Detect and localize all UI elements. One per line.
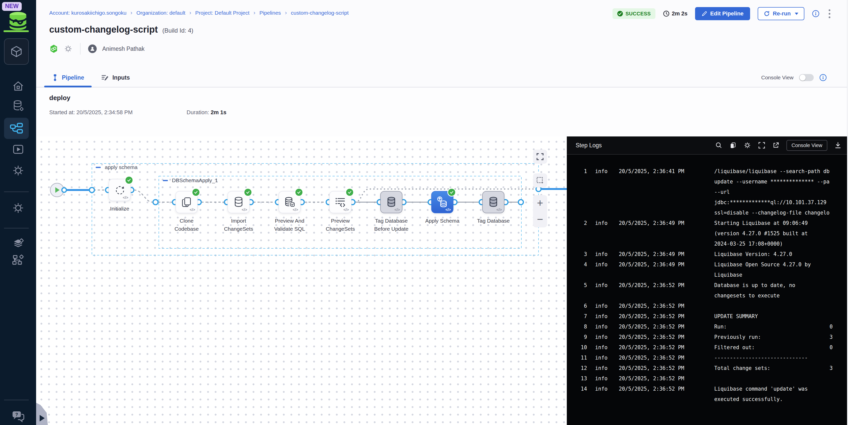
clock-icon bbox=[663, 10, 670, 17]
log-level: info bbox=[595, 384, 611, 394]
status-badge: SUCCESS bbox=[613, 8, 655, 19]
success-badge bbox=[294, 188, 303, 197]
log-message: Database is up to date, no changesets to… bbox=[714, 280, 795, 301]
log-timestamp: 20/5/2025, 2:36:52 PM bbox=[619, 384, 693, 394]
status-label: SUCCESS bbox=[625, 11, 651, 17]
database-infinity-icon bbox=[7, 11, 29, 31]
zoom-out-button[interactable]: − bbox=[533, 211, 547, 227]
node-import-changesets[interactable]: </> Import ChangeSets bbox=[227, 191, 250, 213]
sidebar-item-database[interactable] bbox=[0, 100, 36, 112]
console-view-button[interactable]: Console View bbox=[786, 140, 827, 151]
stage-content: apply schema DBSchemaApply_1 </> bbox=[36, 137, 847, 425]
meta-row: Animesh Pathak bbox=[49, 43, 145, 55]
log-level: info bbox=[595, 259, 611, 270]
tab-pipeline-label: Pipeline bbox=[62, 74, 84, 81]
sidebar-item-environments[interactable] bbox=[0, 237, 36, 250]
sidebar-item-stage-settings[interactable] bbox=[0, 164, 36, 177]
edit-pipeline-button[interactable]: Edit Pipeline bbox=[695, 7, 750, 20]
log-line-number: 3 bbox=[567, 249, 587, 259]
duration-label: Duration: bbox=[187, 109, 209, 115]
info-icon[interactable] bbox=[819, 74, 827, 81]
log-output[interactable]: 1 info 20/5/2025, 2:36:41 PM /liquibase/… bbox=[567, 155, 847, 425]
breadcrumb-organization[interactable]: Organization: default bbox=[136, 10, 185, 16]
person-icon bbox=[90, 46, 95, 52]
sidebar-item-executions[interactable] bbox=[0, 143, 36, 155]
expand-logs-icon[interactable] bbox=[758, 142, 765, 149]
pencil-icon bbox=[702, 11, 707, 17]
group-apply-schema: apply schema bbox=[96, 164, 137, 170]
collapse-icon[interactable] bbox=[163, 180, 168, 181]
success-badge bbox=[345, 188, 354, 197]
main-area: Account: kurosakiichigo.songoku › Organi… bbox=[36, 0, 847, 425]
pipeline-canvas[interactable]: apply schema DBSchemaApply_1 </> bbox=[36, 137, 567, 425]
started-value: 20/5/2025, 2:34:58 PM bbox=[76, 109, 133, 115]
log-timestamp: 20/5/2025, 2:36:52 PM bbox=[619, 353, 693, 363]
group-dbschemaapply: DBSchemaApply_1 bbox=[163, 177, 218, 183]
sidebar-item-help[interactable]: ? bbox=[0, 410, 36, 423]
node-tag-database-before-update[interactable]: </> Tag Database Before Update bbox=[380, 191, 402, 213]
log-message: Run: 0 bbox=[714, 322, 833, 332]
sidebar-divider bbox=[4, 400, 29, 400]
info-icon[interactable] bbox=[812, 10, 819, 18]
avatar bbox=[88, 45, 97, 53]
breadcrumb-project[interactable]: Project: Default Project bbox=[195, 10, 249, 16]
inputs-tab-icon bbox=[101, 74, 109, 81]
log-message: Liquibase Version: 4.27.0 bbox=[714, 249, 792, 259]
zoom-in-button[interactable]: + bbox=[533, 195, 547, 211]
collapse-icon[interactable] bbox=[96, 167, 101, 168]
node-tag-database[interactable]: </> Tag Database bbox=[482, 191, 504, 213]
more-options-menu[interactable] bbox=[827, 8, 832, 20]
download-logs-icon[interactable] bbox=[834, 142, 841, 149]
code-glyph: </> bbox=[190, 207, 195, 212]
harness-database-logo[interactable] bbox=[7, 11, 29, 32]
node-preview-validate-sql[interactable]: </> Preview And Validate SQL bbox=[278, 191, 301, 213]
open-in-new-icon[interactable] bbox=[772, 142, 779, 149]
sidebar-item-home[interactable] bbox=[0, 80, 36, 92]
database-icon bbox=[233, 196, 244, 208]
breadcrumb-pipelines[interactable]: Pipelines bbox=[259, 10, 281, 16]
breadcrumb-separator: › bbox=[130, 9, 132, 16]
node-clone-codebase[interactable]: </> Clone Codebase bbox=[176, 191, 198, 213]
chat-help-icon: ? bbox=[11, 410, 25, 423]
cube-icon bbox=[10, 45, 23, 58]
initialize-refresh-icon bbox=[113, 184, 126, 196]
sidebar-item-infrastructure[interactable] bbox=[0, 253, 36, 266]
marquee-select-icon bbox=[536, 177, 544, 184]
breadcrumb-separator: › bbox=[253, 9, 255, 16]
tab-pipeline[interactable]: Pipeline bbox=[43, 68, 93, 87]
node-preview-changesets[interactable]: </> Preview ChangeSets bbox=[329, 191, 351, 213]
log-line: 9 info 20/5/2025, 2:36:52 PM Previously … bbox=[567, 332, 847, 342]
log-line: 13 info 20/5/2025, 2:36:52 PM bbox=[567, 373, 847, 384]
node-initialize[interactable]: </> Initialize bbox=[108, 179, 131, 201]
node-label: Tag Database bbox=[463, 217, 524, 225]
started-label: Started at: bbox=[49, 109, 75, 115]
log-message: Starting Liquibase at 09:06:49 (version … bbox=[714, 218, 808, 249]
expand-panel-icon[interactable] bbox=[40, 415, 45, 422]
execution-header: Account: kurosakiichigo.songoku › Organi… bbox=[36, 0, 847, 68]
canvas-select-button[interactable] bbox=[533, 173, 547, 188]
breadcrumb-account[interactable]: Account: kurosakiichigo.songoku bbox=[49, 10, 126, 16]
log-line-number: 12 bbox=[567, 363, 587, 373]
gear-icon[interactable] bbox=[64, 45, 72, 53]
log-line-number: 7 bbox=[567, 311, 587, 322]
canvas-fullscreen-button[interactable] bbox=[533, 149, 547, 164]
log-timestamp: 20/5/2025, 2:36:52 PM bbox=[619, 311, 693, 322]
node-apply-schema[interactable]: </> Apply Schema bbox=[431, 191, 454, 213]
copy-icon[interactable] bbox=[730, 142, 737, 149]
breadcrumb-current[interactable]: custom-changelog-script bbox=[291, 10, 349, 16]
log-level: info bbox=[595, 322, 611, 332]
sidebar-item-pipelines[interactable] bbox=[4, 118, 29, 139]
console-view-toggle[interactable] bbox=[799, 74, 814, 81]
tab-inputs[interactable]: Inputs bbox=[93, 68, 138, 87]
log-line-number: 14 bbox=[567, 384, 587, 394]
log-timestamp: 20/5/2025, 2:36:52 PM bbox=[619, 301, 693, 311]
log-line-number: 2 bbox=[567, 218, 587, 228]
log-line: 8 info 20/5/2025, 2:36:52 PM Run: 0 bbox=[567, 322, 847, 332]
sidebar-item-module[interactable] bbox=[4, 38, 29, 65]
log-message: Liquibase command 'update' was executed … bbox=[714, 384, 808, 404]
log-line: 6 info 20/5/2025, 2:36:52 PM bbox=[567, 301, 847, 311]
log-settings-icon[interactable] bbox=[744, 142, 751, 149]
rerun-button[interactable]: Re-run bbox=[758, 7, 804, 20]
search-icon[interactable] bbox=[715, 142, 722, 149]
sidebar-item-project-settings[interactable] bbox=[0, 202, 36, 214]
